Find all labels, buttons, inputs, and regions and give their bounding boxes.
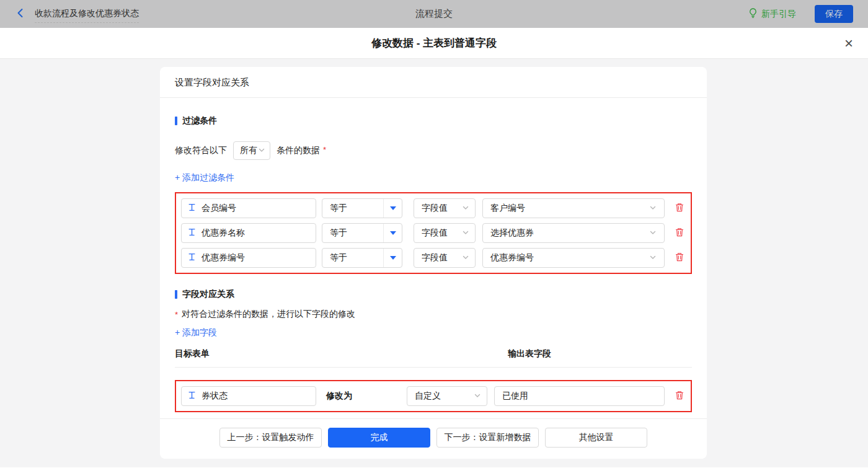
filter-section-label: 过滤条件 — [182, 115, 217, 126]
filter-row: 会员编号 等于 字段值 客户编号 — [181, 198, 686, 218]
value-type-select[interactable]: 字段值 — [414, 223, 476, 243]
modal-header: 修改数据 - 主表到普通字段 × — [0, 28, 868, 59]
chevron-down-icon — [649, 203, 657, 213]
add-filter-link[interactable]: + 添加过滤条件 — [175, 172, 234, 183]
flow-title[interactable]: 收款流程及修改优惠券状态 — [35, 8, 139, 23]
match-suffix: 条件的数据 — [277, 145, 320, 156]
delete-row-button[interactable] — [673, 252, 686, 265]
field-value: 会员编号 — [202, 203, 236, 214]
mode-select-value: 自定义 — [415, 391, 441, 402]
match-select[interactable]: 所有 — [233, 141, 270, 160]
trash-icon — [675, 202, 684, 215]
chevron-down-icon — [649, 253, 657, 263]
columns-header: 目标表单 输出表字段 — [175, 348, 692, 368]
field-input[interactable]: 优惠券编号 — [181, 248, 316, 268]
text-field-icon — [188, 391, 196, 401]
text-field-icon — [188, 228, 196, 238]
value-type-value: 字段值 — [422, 252, 448, 263]
operator-select[interactable]: 等于 — [322, 198, 402, 218]
column-header-output: 输出表字段 — [508, 348, 551, 360]
topbar: 收款流程及修改优惠券状态 流程提交 新手引导 保存 — [0, 0, 868, 28]
caret-down-icon — [383, 224, 402, 242]
edit-data-modal: 修改数据 - 主表到普通字段 × 设置字段对应关系 过滤条件 修改符合以下 所有 — [0, 28, 868, 468]
mode-select[interactable]: 自定义 — [407, 386, 487, 406]
operator-value: 等于 — [330, 252, 347, 263]
custom-value-text: 已使用 — [502, 391, 528, 402]
modal-body: 设置字段对应关系 过滤条件 修改符合以下 所有 — [0, 59, 868, 467]
match-condition-line: 修改符合以下 所有 条件的数据 * — [175, 141, 692, 160]
target-field-input[interactable]: 券状态 — [181, 386, 316, 406]
field-input[interactable]: 优惠券名称 — [181, 223, 316, 243]
value-type-select[interactable]: 字段值 — [414, 198, 476, 218]
modal-title: 修改数据 - 主表到普通字段 — [371, 36, 497, 50]
value-select-value: 选择优惠券 — [490, 227, 534, 239]
delete-row-button[interactable] — [673, 390, 686, 403]
trash-icon — [675, 227, 684, 240]
done-button[interactable]: 完成 — [328, 428, 430, 448]
required-asterisk: * — [175, 310, 178, 319]
topbar-left: 收款流程及修改优惠券状态 — [15, 5, 139, 23]
text-field-icon — [188, 203, 196, 213]
value-select[interactable]: 选择优惠券 — [482, 223, 665, 243]
guide-label: 新手引导 — [761, 9, 796, 20]
text-field-icon — [188, 253, 196, 263]
section-bar-icon — [175, 117, 177, 125]
operator-value: 等于 — [330, 203, 347, 214]
value-select[interactable]: 优惠券编号 — [482, 248, 665, 268]
trash-icon — [675, 390, 684, 403]
trash-icon — [675, 252, 684, 265]
screen: 收款流程及修改优惠券状态 流程提交 新手引导 保存 修改数据 - 主表到普通字段… — [0, 0, 868, 468]
mapping-section-label: 字段对应关系 — [182, 289, 234, 300]
chevron-down-icon — [649, 228, 657, 238]
topbar-right: 新手引导 保存 — [748, 5, 853, 23]
guide-button[interactable]: 新手引导 — [748, 7, 796, 20]
operator-value: 等于 — [330, 227, 347, 239]
card-content: 过滤条件 修改符合以下 所有 条件的数据 * + 添加过滤条件 — [160, 98, 707, 412]
mapping-section-title: 字段对应关系 — [175, 289, 692, 300]
mapping-description: * 对符合过滤条件的数据，进行以下字段的修改 — [175, 309, 692, 320]
value-select-value: 客户编号 — [490, 203, 525, 214]
caret-down-icon — [383, 249, 402, 267]
value-select-value: 优惠券编号 — [490, 252, 534, 263]
match-prefix: 修改符合以下 — [175, 145, 227, 156]
delete-row-button[interactable] — [673, 202, 686, 215]
filter-row: 优惠券名称 等于 字段值 选择优惠券 — [181, 223, 686, 243]
operator-select[interactable]: 等于 — [322, 248, 402, 268]
other-settings-button[interactable]: 其他设置 — [545, 428, 647, 448]
custom-value-input[interactable]: 已使用 — [494, 386, 665, 406]
value-type-select[interactable]: 字段值 — [414, 248, 476, 268]
mapping-description-text: 对符合过滤条件的数据，进行以下字段的修改 — [182, 309, 355, 320]
field-input[interactable]: 会员编号 — [181, 198, 316, 218]
mapping-row: 券状态 修改为 自定义 已使用 — [181, 386, 686, 406]
highlight-box-mapping: 券状态 修改为 自定义 已使用 — [175, 380, 692, 412]
close-icon[interactable]: × — [844, 36, 853, 51]
save-button[interactable]: 保存 — [815, 5, 853, 23]
filter-row: 优惠券编号 等于 字段值 优惠券编号 — [181, 248, 686, 268]
operator-select[interactable]: 等于 — [322, 223, 402, 243]
value-type-value: 字段值 — [422, 203, 448, 214]
highlight-box-filters: 会员编号 等于 字段值 客户编号 — [175, 192, 692, 274]
column-header-target: 目标表单 — [175, 348, 508, 360]
card-footer: 上一步：设置触发动作 完成 下一步：设置新增数据 其他设置 — [160, 418, 707, 459]
chevron-down-icon — [474, 391, 481, 401]
prev-step-button[interactable]: 上一步：设置触发动作 — [219, 428, 322, 448]
target-field-value: 券状态 — [202, 391, 228, 402]
value-select[interactable]: 客户编号 — [482, 198, 665, 218]
caret-down-icon — [383, 199, 402, 218]
modify-label: 修改为 — [326, 391, 352, 402]
chevron-down-icon — [462, 203, 469, 213]
required-asterisk: * — [323, 145, 326, 154]
delete-row-button[interactable] — [673, 227, 686, 240]
match-select-value: 所有 — [240, 145, 257, 156]
field-value: 优惠券名称 — [202, 227, 245, 239]
back-button[interactable] — [15, 7, 26, 21]
next-step-button[interactable]: 下一步：设置新增数据 — [436, 428, 539, 448]
chevron-left-icon — [15, 7, 26, 21]
card-title: 设置字段对应关系 — [160, 67, 707, 98]
add-field-link[interactable]: + 添加字段 — [175, 327, 217, 338]
filter-section-title: 过滤条件 — [175, 115, 692, 126]
chevron-down-icon — [462, 228, 469, 238]
section-bar-icon — [175, 290, 177, 299]
field-value: 优惠券编号 — [202, 252, 245, 263]
value-type-value: 字段值 — [422, 227, 448, 239]
